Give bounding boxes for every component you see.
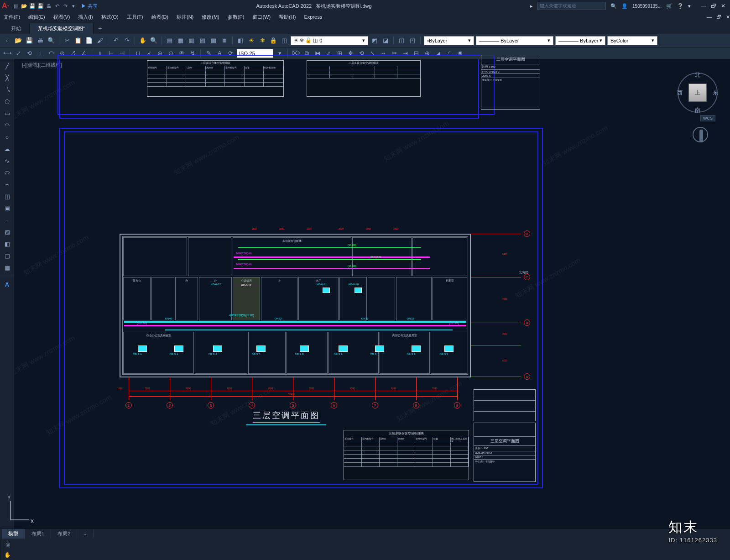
search-arrow-icon[interactable]: ▸ [530,3,533,9]
viewcube-w[interactable]: 西 [677,89,683,97]
calc-icon[interactable]: 🖩 [220,36,229,45]
menu-draw[interactable]: 绘图(D) [151,14,168,21]
dim-arc-icon[interactable]: ⟲ [25,49,34,58]
xref-icon[interactable]: ◰ [408,36,417,45]
zoom-icon[interactable]: 🔍 [149,36,158,45]
cut-icon[interactable]: ✂ [63,36,72,45]
circle-icon[interactable]: ○ [3,132,12,141]
layout-2[interactable]: 布局2 [51,529,77,539]
viewcube-e[interactable]: 东 [713,89,718,97]
menu-insert[interactable]: 插入(I) [78,14,93,21]
menu-dim[interactable]: 标注(N) [177,14,193,21]
pan-icon[interactable]: ✋ [3,551,12,559]
menu-edit[interactable]: 编辑(E) [28,14,45,21]
ssm-icon[interactable]: ▨ [198,36,207,45]
layerstates-icon[interactable]: ◩ [370,36,379,45]
dim-ord-icon[interactable]: ⟂ [36,49,45,58]
dim-rad-icon[interactable]: ◠ [47,49,56,58]
tab-new[interactable]: + [94,23,106,34]
qat-save-icon[interactable]: 💾 [29,3,36,9]
viewcube-n[interactable]: 北 [695,71,700,79]
ellipse-icon[interactable]: ⬭ [3,168,12,177]
viewport-label[interactable]: [-][俯视][二维线框] [21,61,63,69]
ellarc-icon[interactable]: ⌢ [3,180,12,189]
preview-icon[interactable]: 🔍 [47,36,56,45]
qat-open-icon[interactable]: 📂 [21,3,27,9]
help-search-input[interactable]: 键入关键字或短语 [537,2,606,10]
tp-icon[interactable]: ▥ [187,36,196,45]
wcs-label[interactable]: WCS [700,115,715,121]
freeze-icon[interactable]: ❄ [258,36,267,45]
layout-1[interactable]: 布局1 [25,529,51,539]
menu-modify[interactable]: 修改(M) [202,14,219,21]
paste-icon[interactable]: 📄 [84,36,94,45]
qat-arrow-icon[interactable]: ▾ [70,3,77,9]
menu-express[interactable]: Express [304,14,322,20]
layer-icon[interactable]: ◫ [280,36,289,45]
dc-icon[interactable]: ▦ [176,36,185,45]
restore-button[interactable]: 🗗 [711,3,716,9]
lock-icon[interactable]: 🔒 [269,36,278,45]
nav-wheel-icon[interactable] [693,127,708,142]
spline-icon[interactable]: ∿ [3,156,12,165]
minimize-button[interactable]: — [701,3,706,9]
cart-icon[interactable]: 🛒 [666,3,673,9]
print-icon[interactable]: 🖶 [36,36,45,45]
dim-aligned-icon[interactable]: ⤢ [14,49,23,58]
mdi-close[interactable]: ✕ [726,14,730,20]
user-icon[interactable]: 👤 [621,3,628,9]
match-icon[interactable]: 🖌 [95,36,104,45]
table-icon[interactable]: ▦ [3,263,12,272]
plotstyle-dropdown[interactable]: ByColor▾ [607,36,657,45]
dim-linear-icon[interactable]: ⟷ [3,49,12,58]
polygon-icon[interactable]: ⬠ [3,97,12,106]
menu-format[interactable]: 格式(O) [101,14,119,21]
new-icon[interactable]: ▫ [3,36,12,45]
xline-icon[interactable]: ╳ [3,73,12,82]
tab-start[interactable]: 开始 [3,23,30,34]
block-icon[interactable]: ▣ [3,204,12,213]
insert-icon[interactable]: ◫ [3,192,12,201]
gradient-icon[interactable]: ◧ [3,239,12,248]
prop-icon[interactable]: ▤ [165,36,174,45]
expand-icon[interactable]: ▾ [688,3,691,9]
region-icon[interactable]: ▢ [3,251,12,260]
menu-tools[interactable]: 工具(T) [127,14,143,21]
markup-icon[interactable]: ▩ [209,36,218,45]
sun-icon[interactable]: ☀ [247,36,256,45]
close-button[interactable]: ✕ [721,3,725,9]
redo-icon[interactable]: ↷ [122,36,131,45]
layermgr-icon[interactable]: ◧ [236,36,245,45]
arc-icon[interactable]: ◠ [3,120,12,130]
color-dropdown[interactable]: ▫ ByLayer▾ [424,36,474,45]
rect-icon[interactable]: ▭ [3,109,12,118]
save-icon[interactable]: 💾 [25,36,34,45]
user-name[interactable]: 1505999135... [632,4,662,9]
viewcube-s[interactable]: 南 [695,106,700,114]
help-icon[interactable]: ❔ [677,3,683,9]
undo-icon[interactable]: ↶ [111,36,120,45]
view-cube[interactable]: 上 北 南 东 西 [677,72,718,113]
pan-icon[interactable]: ✋ [138,36,147,45]
tab-doc[interactable]: 某机场实验楼空调图* [30,23,94,34]
line-icon[interactable]: ╱ [3,61,12,70]
menu-file[interactable]: 文件(F) [4,14,20,21]
qat-redo-icon[interactable]: ↷ [62,3,68,9]
menu-param[interactable]: 参数(P) [228,14,245,21]
mdi-minimize[interactable]: — [707,14,712,20]
menu-help[interactable]: 帮助(H) [279,14,296,21]
point-icon[interactable]: · [3,215,12,225]
share-button[interactable]: ▶ 共享 [81,3,98,10]
pline-icon[interactable]: ⺄ [3,85,12,94]
layout-model[interactable]: 模型 [2,529,25,539]
menu-view[interactable]: 视图(V) [53,14,70,21]
search-icon[interactable]: 🔍 [610,3,617,9]
layer-dropdown[interactable]: ☀ ❄ 🔓 ◫ 0▾ [291,36,368,45]
menu-window[interactable]: 窗口(W) [252,14,271,21]
hatch-icon[interactable]: ▨ [3,227,12,236]
linetype-dropdown[interactable]: ———— ByLayer▾ [476,36,553,45]
qat-new-icon[interactable]: ▥ [13,3,19,9]
mdi-restore[interactable]: 🗗 [716,14,721,20]
mtext-icon[interactable]: A [3,280,12,289]
open-icon[interactable]: 📂 [14,36,23,45]
